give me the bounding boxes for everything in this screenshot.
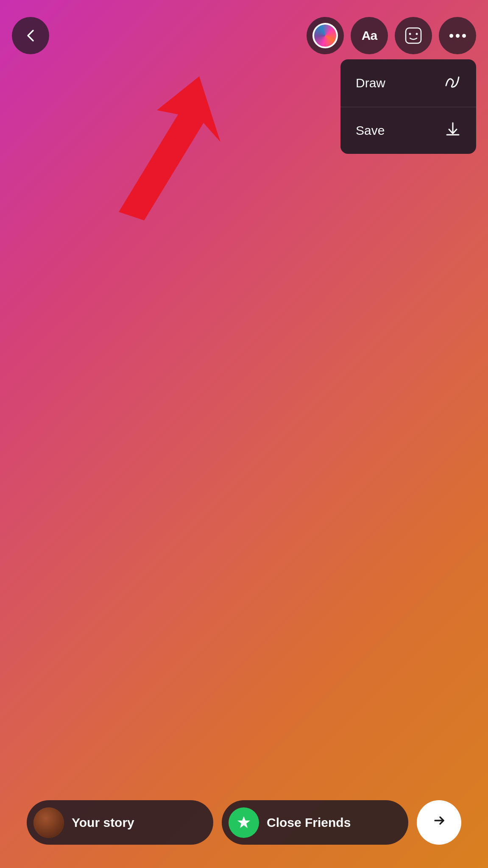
svg-point-1	[409, 33, 411, 35]
text-icon: Aa	[362, 28, 377, 43]
svg-point-2	[416, 33, 418, 35]
toolbar-right: Aa	[307, 17, 476, 54]
next-button[interactable]	[417, 800, 461, 845]
save-label: Save	[356, 123, 385, 138]
text-button[interactable]: Aa	[351, 17, 388, 54]
close-friends-label: Close Friends	[267, 815, 351, 830]
draw-menu-item[interactable]: Draw	[340, 59, 476, 107]
svg-rect-0	[406, 28, 421, 43]
draw-label: Draw	[356, 76, 385, 90]
back-button[interactable]	[12, 17, 49, 54]
dropdown-menu: Draw Save	[340, 59, 476, 154]
svg-marker-4	[237, 816, 250, 828]
close-friends-button[interactable]: Close Friends	[222, 800, 408, 845]
svg-marker-3	[119, 76, 220, 220]
save-menu-item[interactable]: Save	[340, 107, 476, 154]
your-story-label: Your story	[72, 815, 134, 830]
save-icon	[445, 121, 461, 140]
your-story-button[interactable]: Your story	[27, 800, 213, 845]
avatar-image	[33, 807, 64, 838]
camera-record-button[interactable]	[307, 17, 344, 54]
draw-icon	[444, 73, 461, 93]
record-circle-inner	[312, 23, 338, 48]
close-friends-icon	[229, 807, 259, 838]
tutorial-arrow	[55, 68, 233, 229]
next-arrow-icon	[431, 812, 448, 833]
more-icon	[449, 34, 466, 38]
your-story-avatar	[33, 807, 64, 838]
toolbar: Aa	[0, 17, 488, 54]
more-button[interactable]	[439, 17, 476, 54]
bottom-bar: Your story Close Friends	[0, 800, 488, 845]
sticker-button[interactable]	[395, 17, 432, 54]
